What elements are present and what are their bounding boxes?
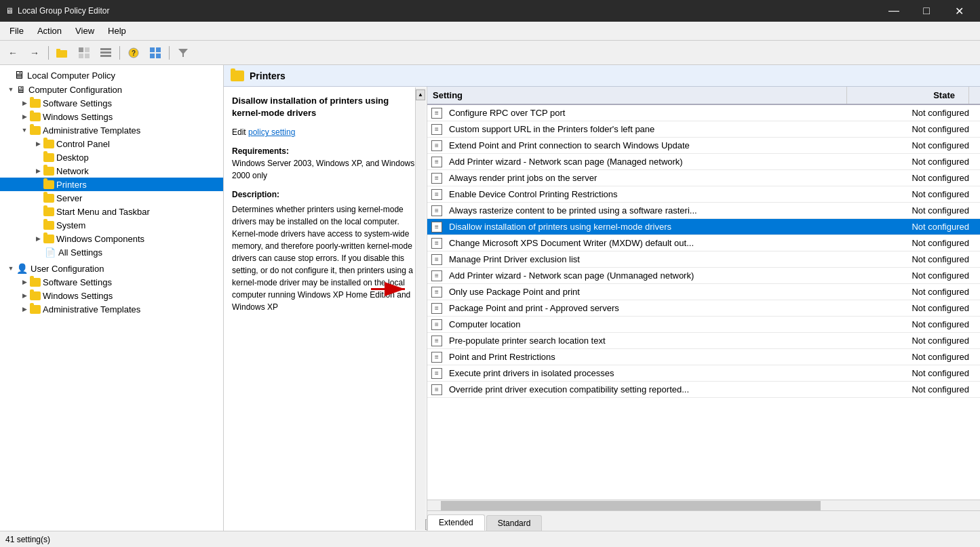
desc-scroll-up-btn[interactable]: ▲ — [416, 89, 425, 100]
back-button[interactable]: ← — [3, 43, 23, 62]
table-row[interactable]: Enable Device Control Printing Restricti… — [427, 186, 980, 203]
policy-icon — [431, 189, 442, 200]
table-body[interactable]: Configure RPC over TCP portNot configure… — [427, 105, 980, 500]
sidebar-item-desktop[interactable]: Desktop — [0, 150, 223, 164]
policy-icon — [431, 108, 442, 119]
sidebar-item-admin-templates[interactable]: ▼ Administrative Templates — [0, 123, 223, 137]
open-folder-button[interactable] — [52, 43, 73, 62]
sidebar-item-root[interactable]: 🖥 Local Computer Policy — [0, 68, 223, 83]
show-hide-button[interactable] — [74, 43, 94, 62]
list-view-button[interactable] — [96, 43, 116, 62]
policy-item-icon — [430, 106, 444, 120]
menu-help[interactable]: Help — [101, 23, 133, 39]
row-state: Not configured — [858, 108, 980, 118]
row-setting-name: Only use Package Point and print — [446, 285, 858, 299]
row-setting-name: Always render print jobs on the server — [446, 171, 858, 185]
split-content: Disallow installation of printers using … — [224, 87, 980, 531]
table-row[interactable]: Override print driver execution compatib… — [427, 382, 980, 398]
title-bar-left: 🖥 Local Group Policy Editor — [5, 6, 109, 16]
sidebar-item-user-config[interactable]: ▼ 👤 User Configuration — [0, 262, 223, 275]
desktop-expander[interactable] — [33, 152, 43, 163]
network-label: Network — [56, 166, 89, 176]
user-sw-expander[interactable]: ▶ — [19, 277, 30, 287]
server-expander[interactable] — [33, 193, 43, 203]
tab-standard[interactable]: Standard — [486, 515, 543, 531]
policy-item-icon — [430, 188, 444, 201]
table-row[interactable]: Manage Print Driver exclusion listNot co… — [427, 251, 980, 268]
table-row[interactable]: Custom support URL in the Printers folde… — [427, 121, 980, 138]
toolbar-separator-2 — [119, 46, 120, 60]
menu-action[interactable]: Action — [31, 23, 68, 39]
svg-rect-3 — [85, 47, 90, 52]
sidebar-item-printers[interactable]: Printers — [0, 178, 223, 191]
th-state[interactable]: State — [847, 87, 969, 104]
printers-expander[interactable] — [33, 179, 43, 190]
desc-scroll-down-btn[interactable]: ▼ — [425, 519, 427, 530]
sidebar-item-software-settings[interactable]: ▶ Software Settings — [0, 96, 223, 110]
table-row[interactable]: Execute print drivers in isolated proces… — [427, 365, 980, 382]
folder-icon — [30, 291, 41, 300]
table-row[interactable]: Point and Print RestrictionsNot configur… — [427, 349, 980, 365]
maximize-button[interactable]: □ — [911, 0, 942, 22]
row-state: Not configured — [858, 157, 980, 167]
table-row[interactable]: Add Printer wizard - Network scan page (… — [427, 268, 980, 284]
computer-config-expander[interactable]: ▼ — [5, 84, 16, 95]
horizontal-scrollbar[interactable] — [427, 500, 980, 510]
sidebar-item-all-settings[interactable]: 📄 All Settings — [0, 245, 223, 259]
sidebar-item-server[interactable]: Server — [0, 191, 223, 205]
table-row[interactable]: Always render print jobs on the serverNo… — [427, 170, 980, 186]
forward-button[interactable]: → — [24, 43, 45, 62]
edit-policy-link[interactable]: policy setting — [248, 127, 295, 137]
sidebar-item-system[interactable]: System — [0, 218, 223, 232]
policy-icon — [431, 270, 442, 281]
table-row[interactable]: Configure RPC over TCP portNot configure… — [427, 105, 980, 121]
start-menu-expander[interactable] — [33, 206, 43, 217]
table-row[interactable]: Extend Point and Print connection to sea… — [427, 138, 980, 154]
admin-templates-expander[interactable]: ▼ — [19, 125, 30, 136]
root-expander[interactable] — [3, 70, 14, 81]
table-row[interactable]: Package Point and print - Approved serve… — [427, 300, 980, 317]
sidebar-item-user-admin-templates[interactable]: ▶ Administrative Templates — [0, 302, 223, 316]
sidebar-item-windows-components[interactable]: ▶ Windows Components — [0, 232, 223, 245]
network-expander[interactable]: ▶ — [33, 165, 43, 176]
folder-icon — [43, 180, 54, 189]
menu-view[interactable]: View — [68, 23, 101, 39]
th-setting[interactable]: Setting — [427, 87, 847, 104]
policy-icon — [431, 319, 442, 330]
table-row[interactable]: Only use Package Point and printNot conf… — [427, 284, 980, 300]
help-button[interactable]: ? — [123, 43, 144, 62]
close-button[interactable]: ✕ — [943, 0, 975, 22]
windows-settings-expander[interactable]: ▶ — [19, 111, 30, 122]
sidebar-item-start-menu[interactable]: Start Menu and Taskbar — [0, 205, 223, 218]
all-settings-expander[interactable] — [33, 247, 43, 258]
user-ws-expander[interactable]: ▶ — [19, 290, 30, 301]
table-row[interactable]: Change Microsoft XPS Document Writer (MX… — [427, 235, 980, 251]
system-expander[interactable] — [33, 220, 43, 230]
user-config-expander[interactable]: ▼ — [5, 263, 16, 274]
menu-file[interactable]: File — [3, 23, 31, 39]
view-options-button[interactable] — [145, 43, 165, 62]
table-row[interactable]: Pre-populate printer search location tex… — [427, 333, 980, 349]
tab-extended[interactable]: Extended — [427, 514, 485, 531]
table-row[interactable]: Computer locationNot configured — [427, 317, 980, 333]
status-text: 41 setting(s) — [5, 535, 50, 544]
user-at-expander[interactable]: ▶ — [19, 304, 30, 315]
table-row[interactable]: Disallow installation of printers using … — [427, 219, 980, 235]
minimize-button[interactable]: — — [878, 0, 909, 22]
toolbar-separator-3 — [169, 46, 170, 60]
sidebar-item-user-windows-settings[interactable]: ▶ Windows Settings — [0, 289, 223, 302]
folder-icon — [30, 99, 41, 108]
windows-components-expander[interactable]: ▶ — [33, 233, 43, 244]
sidebar-item-windows-settings[interactable]: ▶ Windows Settings — [0, 110, 223, 123]
sidebar-item-control-panel[interactable]: ▶ Control Panel — [0, 137, 223, 150]
table-row[interactable]: Always rasterize content to be printed u… — [427, 203, 980, 219]
sidebar-item-computer-config[interactable]: ▼ 🖥 Computer Configuration — [0, 83, 223, 96]
control-panel-expander[interactable]: ▶ — [33, 138, 43, 149]
table-row[interactable]: Add Printer wizard - Network scan page (… — [427, 154, 980, 170]
sidebar-item-user-software-settings[interactable]: ▶ Software Settings — [0, 275, 223, 289]
filter-button[interactable] — [173, 43, 193, 62]
folder-icon — [43, 207, 54, 216]
sidebar-item-network[interactable]: ▶ Network — [0, 164, 223, 178]
software-settings-expander[interactable]: ▶ — [19, 98, 30, 108]
row-setting-name: Configure RPC over TCP port — [446, 106, 858, 120]
